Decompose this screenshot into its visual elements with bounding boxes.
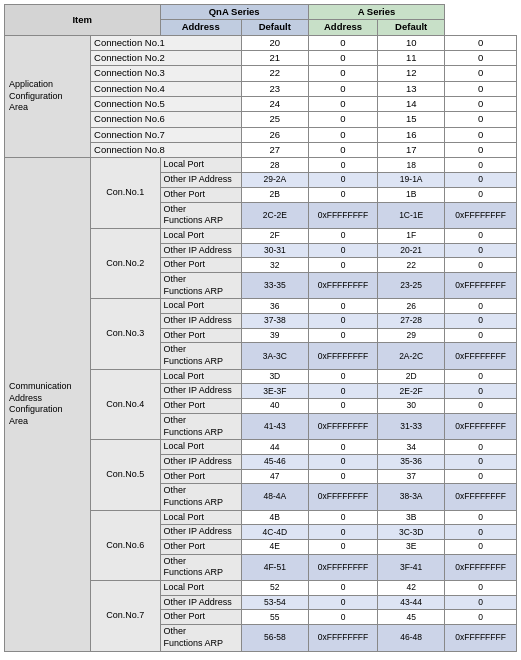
- sub-cell: Other IP Address: [160, 595, 241, 610]
- sub-cell: Local Port: [160, 581, 241, 596]
- qna_def-cell: 0: [308, 399, 377, 414]
- qna_def-cell: 0: [308, 66, 377, 81]
- a_def-cell: 0xFFFFFFFF: [445, 202, 517, 228]
- qna_addr-cell: 3A-3C: [241, 343, 308, 369]
- sub-cell: Other Functions ARP: [160, 413, 241, 439]
- a_addr-cell: 2A-2C: [378, 343, 445, 369]
- a_addr-cell: 31-33: [378, 413, 445, 439]
- qna_def-cell: 0: [308, 525, 377, 540]
- qna_def-cell: 0: [308, 369, 377, 384]
- item-cell: Connection No.7: [91, 127, 242, 142]
- qna_addr-cell: 47: [241, 469, 308, 484]
- qna_def-cell: 0: [308, 127, 377, 142]
- a_addr-cell: 42: [378, 581, 445, 596]
- a_def-cell: 0: [445, 610, 517, 625]
- a_def-cell: 0: [445, 540, 517, 555]
- qna_addr-cell: 30-31: [241, 243, 308, 258]
- qna_addr-cell: 56-58: [241, 625, 308, 651]
- item-cell: Connection No.1: [91, 35, 242, 50]
- qna_addr-cell: 20: [241, 35, 308, 50]
- qna_def-cell: 0: [308, 469, 377, 484]
- qna_def-cell: 0xFFFFFFFF: [308, 202, 377, 228]
- a_def-cell: 0: [445, 66, 517, 81]
- qna_addr-cell: 4C-4D: [241, 525, 308, 540]
- qna_def-cell: 0: [308, 35, 377, 50]
- main-table: Item QnA Series A Series Address Default…: [4, 4, 517, 652]
- a-address-header: Address: [308, 20, 377, 35]
- a_addr-cell: 26: [378, 299, 445, 314]
- a_def-cell: 0xFFFFFFFF: [445, 625, 517, 651]
- a_addr-cell: 14: [378, 97, 445, 112]
- a_def-cell: 0: [445, 384, 517, 399]
- sub-cell: Local Port: [160, 228, 241, 243]
- a_def-cell: 0: [445, 595, 517, 610]
- sub-cell: Local Port: [160, 440, 241, 455]
- a_def-cell: 0: [445, 35, 517, 50]
- qna_addr-cell: 3D: [241, 369, 308, 384]
- sub-cell: Other Port: [160, 469, 241, 484]
- qna_addr-cell: 37-38: [241, 314, 308, 329]
- qna_def-cell: 0: [308, 173, 377, 188]
- qna_def-cell: 0xFFFFFFFF: [308, 625, 377, 651]
- qna_addr-cell: 22: [241, 66, 308, 81]
- sub-cell: Other Functions ARP: [160, 343, 241, 369]
- a_addr-cell: 30: [378, 399, 445, 414]
- a_def-cell: 0: [445, 187, 517, 202]
- table-row: Communication Address Configuration Area…: [5, 158, 517, 173]
- a_addr-cell: 13: [378, 81, 445, 96]
- a_def-cell: 0: [445, 440, 517, 455]
- sub-cell: Other Port: [160, 258, 241, 273]
- qna_def-cell: 0: [308, 328, 377, 343]
- qna_def-cell: 0: [308, 610, 377, 625]
- a_addr-cell: 20-21: [378, 243, 445, 258]
- a_addr-cell: 35-36: [378, 454, 445, 469]
- a_def-cell: 0: [445, 328, 517, 343]
- con-label: Con.No.3: [91, 299, 160, 369]
- sub-cell: Other Functions ARP: [160, 202, 241, 228]
- a_def-cell: 0xFFFFFFFF: [445, 343, 517, 369]
- sub-cell: Other Port: [160, 399, 241, 414]
- con-label: Con.No.2: [91, 228, 160, 298]
- a_def-cell: 0: [445, 299, 517, 314]
- sub-cell: Other Functions ARP: [160, 625, 241, 651]
- qna_def-cell: 0: [308, 81, 377, 96]
- qna_def-cell: 0: [308, 440, 377, 455]
- con-label: Con.No.7: [91, 581, 160, 651]
- a_addr-cell: 46-48: [378, 625, 445, 651]
- qna_def-cell: 0: [308, 581, 377, 596]
- con-label: Con.No.6: [91, 510, 160, 580]
- a_addr-cell: 22: [378, 258, 445, 273]
- qna_addr-cell: 25: [241, 112, 308, 127]
- sub-cell: Local Port: [160, 299, 241, 314]
- qna_def-cell: 0xFFFFFFFF: [308, 272, 377, 298]
- a_def-cell: 0: [445, 454, 517, 469]
- qna_addr-cell: 52: [241, 581, 308, 596]
- con-label: Con.No.5: [91, 440, 160, 510]
- a_def-cell: 0: [445, 51, 517, 66]
- a_def-cell: 0: [445, 143, 517, 158]
- sub-cell: Other Functions ARP: [160, 484, 241, 510]
- a_addr-cell: 3F-41: [378, 554, 445, 580]
- a_def-cell: 0xFFFFFFFF: [445, 554, 517, 580]
- a_def-cell: 0xFFFFFFFF: [445, 484, 517, 510]
- qna_addr-cell: 2C-2E: [241, 202, 308, 228]
- a_def-cell: 0: [445, 127, 517, 142]
- a_def-cell: 0: [445, 314, 517, 329]
- qna_def-cell: 0: [308, 97, 377, 112]
- qna_def-cell: 0: [308, 258, 377, 273]
- sub-cell: Other IP Address: [160, 384, 241, 399]
- table-body: Application Configuration AreaConnection…: [5, 35, 517, 651]
- a_addr-cell: 11: [378, 51, 445, 66]
- sub-cell: Other IP Address: [160, 243, 241, 258]
- qna_addr-cell: 3E-3F: [241, 384, 308, 399]
- qna_addr-cell: 44: [241, 440, 308, 455]
- sub-cell: Other Port: [160, 540, 241, 555]
- a_addr-cell: 3E: [378, 540, 445, 555]
- a_addr-cell: 1F: [378, 228, 445, 243]
- area-label: Application Configuration Area: [5, 35, 91, 158]
- con-label: Con.No.4: [91, 369, 160, 439]
- sub-cell: Other Port: [160, 187, 241, 202]
- a_def-cell: 0: [445, 173, 517, 188]
- sub-cell: Other Port: [160, 610, 241, 625]
- sub-cell: Other Functions ARP: [160, 554, 241, 580]
